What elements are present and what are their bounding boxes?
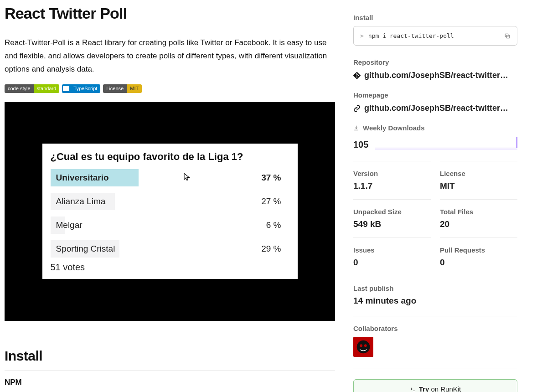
homepage-link[interactable]: github.com/JosephSB/react-twitter-poll… xyxy=(353,103,517,113)
stat-size: Unpacked Size 549 kB xyxy=(353,199,431,237)
copy-icon[interactable] xyxy=(504,33,511,39)
svg-point-4 xyxy=(360,344,362,347)
stat-label: Pull Requests xyxy=(440,246,517,254)
stat-label: Issues xyxy=(353,246,431,254)
badge-right: standard xyxy=(34,84,60,93)
stat-value: MIT xyxy=(440,181,517,191)
stat-value: 0 xyxy=(440,258,517,268)
demo-image: ¿Cual es tu equipo favorito de la Liga 1… xyxy=(5,102,335,321)
repo-link[interactable]: github.com/JosephSB/react-twitter-poll xyxy=(353,71,517,80)
stat-value: 20 xyxy=(440,219,517,229)
download-icon xyxy=(353,125,359,131)
badge-typescript[interactable]: TS TypeScript xyxy=(62,84,100,93)
package-description: React-Twitter-Poll is a React library fo… xyxy=(5,36,335,76)
badge-right: MIT xyxy=(127,84,142,93)
install-command: npm i react-twitter-poll xyxy=(368,32,504,39)
page-title: React Twitter Poll xyxy=(5,5,335,22)
install-sub-npm: NPM xyxy=(5,378,335,387)
stat-value: 0 xyxy=(353,258,431,268)
sidebar-install-label: Install xyxy=(353,14,517,21)
sidebar-downloads-label: Weekly Downloads xyxy=(363,124,425,132)
stat-pullrequests[interactable]: Pull Requests 0 xyxy=(440,237,517,276)
stat-license: License MIT xyxy=(440,161,517,199)
prompt-icon: > xyxy=(360,32,364,39)
stat-value: 1.1.7 xyxy=(353,181,431,191)
poll-option-pct: 37 % xyxy=(261,173,281,183)
poll-card: ¿Cual es tu equipo favorito de la Liga 1… xyxy=(42,144,298,279)
badge-license[interactable]: License MIT xyxy=(103,84,142,93)
divider xyxy=(5,370,335,371)
stat-lastpublish: Last publish 14 minutes ago xyxy=(353,276,517,314)
badge-left: code style xyxy=(5,84,34,93)
svg-point-5 xyxy=(364,344,367,347)
stat-value: 549 kB xyxy=(353,219,431,229)
try-runkit-button[interactable]: Try on RunKit xyxy=(353,379,517,392)
try-bold: Try xyxy=(419,385,429,392)
install-command-box[interactable]: > npm i react-twitter-poll xyxy=(353,26,517,46)
poll-question: ¿Cual es tu equipo favorito de la Liga 1… xyxy=(51,151,289,163)
poll-option-pct: 27 % xyxy=(261,196,281,206)
poll-option-pct: 6 % xyxy=(266,220,281,230)
poll-option-label: Alianza Lima xyxy=(54,196,262,206)
stat-version: Version 1.1.7 xyxy=(353,161,431,199)
link-icon xyxy=(353,105,361,112)
downloads-value: 105 xyxy=(353,139,368,150)
terminal-icon xyxy=(410,386,416,392)
sidebar-collab-label: Collaborators xyxy=(353,325,517,332)
badge-right: TypeScript xyxy=(70,84,100,93)
poll-option[interactable]: Melgar6 % xyxy=(51,215,289,236)
poll-option-label: Melgar xyxy=(54,220,266,230)
cursor-icon xyxy=(183,172,191,184)
git-icon xyxy=(353,72,361,79)
try-rest: on RunKit xyxy=(429,385,461,392)
stat-label: Unpacked Size xyxy=(353,208,431,216)
sidebar-repo-label: Repository xyxy=(353,58,517,66)
stat-value: 14 minutes ago xyxy=(353,296,517,306)
section-install: Install xyxy=(5,348,335,364)
poll-option[interactable]: Alianza Lima27 % xyxy=(51,191,289,212)
collaborator-avatar[interactable] xyxy=(353,337,373,357)
stat-issues[interactable]: Issues 0 xyxy=(353,237,431,276)
svg-point-3 xyxy=(357,340,370,354)
sidebar-home-label: Homepage xyxy=(353,91,517,99)
divider xyxy=(5,29,335,29)
stat-label: Last publish xyxy=(353,284,517,292)
badge-codestyle[interactable]: code style standard xyxy=(5,84,59,93)
stat-label: Total Files xyxy=(440,208,517,216)
repo-link-text: github.com/JosephSB/react-twitter-poll xyxy=(364,71,510,80)
divider xyxy=(353,368,517,368)
stat-label: Version xyxy=(353,170,431,177)
poll-option-label: Universitario xyxy=(54,173,262,183)
poll-option[interactable]: Sporting Cristal29 % xyxy=(51,238,289,259)
poll-option-label: Sporting Cristal xyxy=(54,244,262,254)
divider xyxy=(353,316,517,316)
poll-votecount: 51 votes xyxy=(51,262,289,273)
downloads-sparkline xyxy=(375,136,517,150)
stat-label: License xyxy=(440,170,517,177)
badge-left: License xyxy=(103,84,127,93)
stat-files: Total Files 20 xyxy=(440,199,517,237)
typescript-icon: TS xyxy=(62,84,70,93)
homepage-link-text: github.com/JosephSB/react-twitter-poll… xyxy=(364,103,510,113)
badges-row: code style standard TS TypeScript Licens… xyxy=(5,84,335,93)
poll-option[interactable]: Universitario37 % xyxy=(51,167,289,188)
poll-option-pct: 29 % xyxy=(261,244,281,254)
